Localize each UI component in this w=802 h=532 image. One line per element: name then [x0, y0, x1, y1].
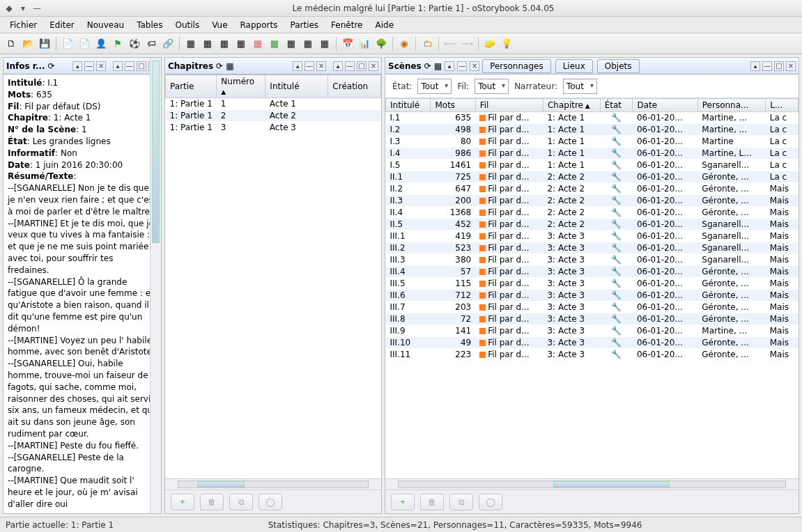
menu-editer[interactable]: Editer [44, 19, 80, 31]
filter-etat-select[interactable]: Tout [417, 79, 452, 94]
pane-min-icon[interactable]: — [84, 61, 94, 71]
table-row[interactable]: III.1049 Fil par d... 3: Acte 3🔧 06-01-2… [386, 337, 799, 349]
table-row[interactable]: III.11223 Fil par d... 3: Acte 3🔧 06-01-… [386, 349, 799, 361]
table-row[interactable]: II.3200 Fil par d... 2: Acte 2🔧 06-01-20… [386, 195, 799, 207]
scenes-hscroll[interactable] [385, 478, 799, 490]
grid-manage-icon[interactable]: ▦ [217, 36, 232, 52]
delete-button[interactable]: 🗑 [200, 494, 224, 510]
grid-person-icon[interactable]: ▦ [250, 36, 265, 52]
pane-min2-icon[interactable]: — [125, 61, 134, 71]
grid-icon[interactable]: ▦ [434, 61, 442, 71]
pane-pin-icon[interactable]: ▴ [72, 61, 82, 71]
menu-parties[interactable]: Parties [284, 19, 324, 31]
refresh-icon[interactable]: ⟳ [48, 61, 55, 71]
col-numero[interactable]: Numéro [217, 75, 265, 98]
pane-pin-icon[interactable]: ▴ [293, 61, 302, 71]
pane-close2-icon[interactable]: × [786, 61, 796, 71]
pane-pin-icon[interactable]: ▴ [445, 61, 454, 71]
menu-vue[interactable]: Vue [206, 19, 233, 31]
col-intitule[interactable]: Intitulé [265, 75, 328, 98]
table-row[interactable]: I.1635 Fil par d... 1: Acte 1🔧 06-01-20.… [386, 112, 799, 124]
chapitres-hscroll[interactable] [165, 478, 381, 490]
table-row[interactable]: III.5115 Fil par d... 3: Acte 3🔧 06-01-2… [386, 278, 799, 290]
copy-button[interactable]: ⧉ [229, 494, 253, 510]
col-etat[interactable]: État [600, 99, 633, 112]
table-row[interactable]: 1: Partie 13Acte 3 [166, 122, 381, 134]
add-button[interactable]: ＋ [171, 494, 194, 510]
filter-narrateur-select[interactable]: Tout [563, 79, 597, 94]
calendar-icon[interactable]: 📅 [340, 36, 355, 52]
grid-icon[interactable]: ▦ [226, 61, 233, 71]
table-row[interactable]: III.2523 Fil par d... 3: Acte 3🔧 06-01-2… [386, 242, 799, 254]
tag-icon[interactable]: 🏷 [144, 36, 159, 52]
globe-button[interactable]: ◯ [259, 494, 282, 510]
menu-nouveau[interactable]: Nouveau [82, 19, 130, 31]
table-row[interactable]: II.41368 Fil par d... 2: Acte 2🔧 06-01-2… [386, 207, 799, 219]
pane-close2-icon[interactable]: × [369, 61, 378, 71]
menu-tables[interactable]: Tables [131, 19, 168, 31]
refresh-icon[interactable]: 🧽 [482, 36, 498, 52]
menu-fichier[interactable]: Fichier [4, 19, 43, 31]
col-date[interactable]: Date [633, 99, 697, 112]
table-row[interactable]: III.9141 Fil par d... 3: Acte 3🔧 06-01-2… [386, 325, 799, 337]
table-row[interactable]: II.1725 Fil par d... 2: Acte 2🔧 06-01-20… [386, 171, 799, 183]
add-button[interactable]: ＋ [391, 494, 415, 510]
person-icon[interactable]: 👤 [93, 36, 109, 52]
grid-book-icon[interactable]: ▦ [200, 36, 215, 52]
table-row[interactable]: II.2647 Fil par d... 2: Acte 2🔧 06-01-20… [386, 183, 799, 195]
pane-min-icon[interactable]: — [457, 61, 467, 71]
table-row[interactable]: 1: Partie 12Acte 2 [166, 110, 381, 122]
grid-tag-icon[interactable]: ▦ [300, 36, 316, 52]
table-row[interactable]: I.4986 Fil par d... 1: Acte 1🔧 06-01-20.… [386, 148, 799, 159]
pane-pin2-icon[interactable]: ▴ [333, 61, 343, 71]
menu-outils[interactable]: Outils [169, 19, 205, 31]
col-intitule[interactable]: Intitulé [386, 99, 431, 112]
save-file-icon[interactable]: 💾 [37, 36, 52, 52]
grid-chrono-icon[interactable]: ▦ [183, 36, 199, 52]
minimize-icon[interactable]: — [32, 3, 42, 13]
tab-personnages[interactable]: Personnages [482, 59, 551, 73]
menu-aide[interactable]: Aide [369, 19, 399, 31]
menu-fenetre[interactable]: Fenêtre [325, 19, 368, 31]
export-icon[interactable]: ◉ [396, 36, 412, 52]
refresh-icon[interactable]: ⟳ [216, 61, 223, 71]
table-row[interactable]: I.380 Fil par d... 1: Acte 1🔧 06-01-20..… [386, 136, 799, 148]
chapitres-table[interactable]: Partie Numéro Intitulé Création 1: Parti… [165, 75, 381, 134]
globe-button[interactable]: ◯ [479, 494, 502, 510]
col-lieux[interactable]: L... [766, 99, 799, 112]
pane-min2-icon[interactable]: — [762, 61, 772, 71]
filter-fil-select[interactable]: Tout [475, 79, 509, 94]
pane-min-icon[interactable]: — [304, 61, 314, 71]
col-mots[interactable]: Mots [431, 99, 475, 112]
help-bulb-icon[interactable]: 💡 [499, 36, 514, 52]
table-row[interactable]: III.1419 Fil par d... 3: Acte 3🔧 06-01-2… [386, 230, 799, 242]
refresh-icon[interactable]: ⟳ [424, 61, 431, 71]
sysmenu-icon[interactable]: ◆ [4, 3, 14, 13]
new-file-icon[interactable]: 🗋 [3, 36, 19, 52]
info-scrollbar[interactable] [150, 58, 161, 513]
open-file-icon[interactable]: 📂 [20, 36, 36, 52]
scenes-table[interactable]: Intitulé Mots Fil Chapitre État Date Per… [385, 98, 799, 361]
pane-pin2-icon[interactable]: ▴ [750, 61, 760, 71]
grid-location-icon[interactable]: ▦ [267, 36, 282, 52]
delete-button[interactable]: 🗑 [420, 494, 444, 510]
table-row[interactable]: III.457 Fil par d... 3: Acte 3🔧 06-01-20… [386, 266, 799, 278]
tab-lieux[interactable]: Lieux [555, 59, 593, 73]
menu-rapports[interactable]: Rapports [235, 19, 284, 31]
grid-strand-icon[interactable]: ▦ [317, 36, 332, 52]
table-row[interactable]: I.2498 Fil par d... 1: Acte 1🔧 06-01-20.… [386, 124, 799, 136]
nav-fwd-icon[interactable]: ⟶ [459, 36, 475, 52]
clipboard-icon[interactable]: 📄 [60, 36, 75, 52]
tab-objets[interactable]: Objets [597, 59, 640, 73]
copy-button[interactable]: ⧉ [449, 494, 473, 510]
location-icon[interactable]: ⚑ [110, 36, 125, 52]
pane-min2-icon[interactable]: — [345, 61, 355, 71]
pane-close-icon[interactable]: × [316, 61, 326, 71]
table-row[interactable]: 1: Partie 11Acte 1 [166, 98, 381, 110]
grid-item-icon[interactable]: ▦ [284, 36, 299, 52]
pane-max-icon[interactable]: □ [137, 61, 146, 71]
col-creation[interactable]: Création [328, 75, 381, 98]
nav-back-icon[interactable]: ⟵ [442, 36, 458, 52]
page-icon[interactable]: 📄 [77, 36, 92, 52]
item-icon[interactable]: ⚽ [127, 36, 142, 52]
